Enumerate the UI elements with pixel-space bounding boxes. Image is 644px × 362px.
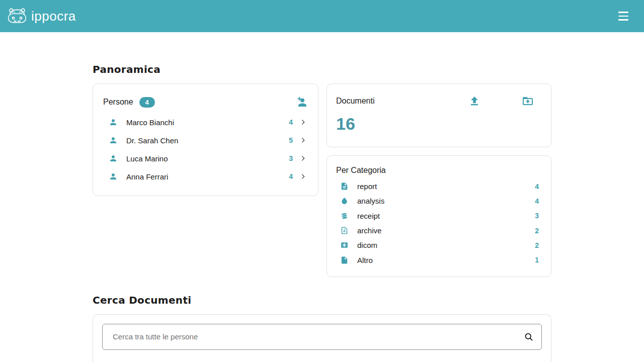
hamburger-menu-icon[interactable] [617,11,630,21]
categories-card-title: Per Categoria [336,164,539,179]
hippo-logo-icon [7,7,27,25]
category-label: analysis [357,197,384,205]
person-row[interactable]: Anna Ferrari 4 [102,167,309,186]
chevron-right-icon [299,118,307,126]
search-card [93,314,551,362]
person-row[interactable]: Luca Marino 3 [102,149,309,167]
chevron-right-icon [299,154,307,162]
person-icon [109,172,118,181]
category-count: 2 [535,227,539,235]
category-row: Altro 1 [336,252,539,267]
categories-list: report 4 analysis 4 receipt 3 [336,179,539,267]
people-card: Persone 4 Marco Bianchi 4 [93,83,318,196]
person-doc-count: 4 [289,118,293,126]
category-row: receipt 3 [336,209,539,223]
person-name: Marco Bianchi [126,118,174,127]
person-icon [109,154,118,163]
category-row: dicom 2 [336,238,539,252]
water-drop-icon [340,197,349,205]
report-document-icon [340,182,349,191]
documents-card: Documenti 16 [327,83,551,147]
folder-upload-icon[interactable] [522,95,534,107]
app-title: ippocra [31,9,76,24]
person-add-icon[interactable] [295,96,307,108]
search-input[interactable] [102,324,542,350]
person-doc-count: 3 [289,154,293,162]
documents-card-title: Documenti [336,97,374,106]
zip-document-icon [340,226,349,235]
app-header: ippocra [0,0,644,32]
category-count: 4 [535,197,539,205]
person-row[interactable]: Dr. Sarah Chen 5 [102,131,309,149]
coins-stack-icon [340,212,349,220]
people-count-badge: 4 [139,97,155,108]
person-doc-count: 5 [289,136,293,144]
person-name: Anna Ferrari [126,172,168,181]
person-name: Dr. Sarah Chen [126,136,178,145]
category-count: 1 [535,256,539,264]
documents-total: 16 [336,114,542,134]
people-list: Marco Bianchi 4 Dr. Sarah Chen 5 Luca Ma… [102,113,309,186]
person-name: Luca Marino [126,154,168,163]
xray-scan-icon [340,241,349,249]
person-row[interactable]: Marco Bianchi 4 [102,113,309,131]
file-icon [340,256,349,264]
category-count: 4 [535,183,539,191]
category-count: 3 [535,212,539,220]
category-row: archive 2 [336,223,539,238]
category-count: 2 [535,241,539,249]
category-label: report [357,182,377,191]
search-heading: Cerca Documenti [93,294,551,306]
categories-card: Per Categoria report 4 analysis 4 rec [327,155,551,277]
person-icon [109,118,118,127]
category-row: analysis 4 [336,194,539,208]
main-content: Panoramica Persone 4 [0,63,551,362]
chevron-right-icon [299,136,307,144]
people-card-title: Persone [103,98,133,107]
category-label: Altro [357,256,373,264]
category-label: dicom [357,241,377,249]
overview-heading: Panoramica [93,63,551,75]
person-doc-count: 4 [289,172,293,180]
category-label: receipt [357,212,380,220]
category-row: report 4 [336,179,539,194]
category-label: archive [357,226,381,235]
chevron-right-icon [299,172,307,180]
upload-icon[interactable] [468,95,480,107]
person-icon [109,136,118,145]
search-icon[interactable] [524,332,534,342]
